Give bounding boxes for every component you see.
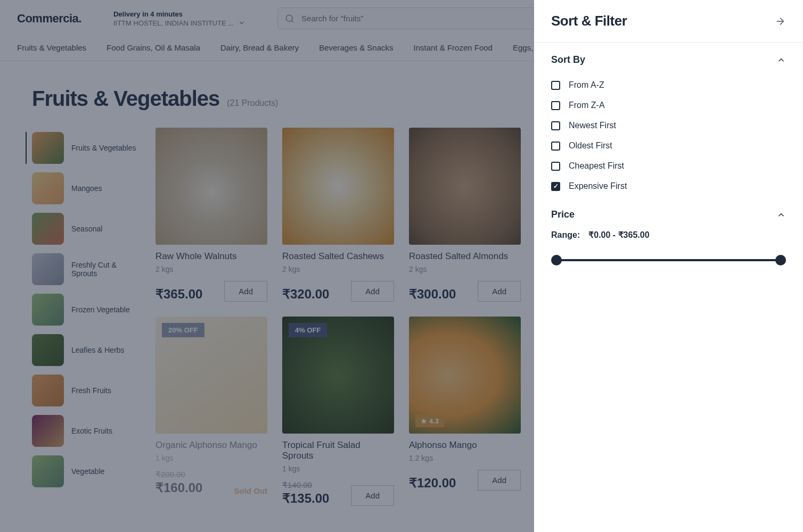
sort-option-3[interactable]: Oldest First [551,136,786,156]
option-label: Cheapest First [569,161,624,171]
checkbox[interactable] [551,101,560,110]
checkbox[interactable] [551,162,560,171]
slider-track [556,259,781,261]
sort-filter-panel: Sort & Filter Sort By From A-ZFrom Z-ANe… [534,0,803,532]
close-arrow-icon[interactable] [774,15,786,27]
option-label: Newest First [569,121,616,130]
slider-thumb-max[interactable] [775,255,786,265]
chevron-up-icon [776,55,786,65]
price-header[interactable]: Price [551,209,786,220]
sort-option-5[interactable]: Expensive First [551,176,786,196]
sort-option-2[interactable]: Newest First [551,115,786,136]
checkbox[interactable] [551,81,560,90]
checkbox[interactable] [551,121,560,130]
checkbox[interactable] [551,142,560,151]
panel-title: Sort & Filter [551,13,627,29]
price-slider[interactable] [556,255,781,265]
option-label: Oldest First [569,141,612,151]
chevron-up-icon [776,210,786,220]
slider-thumb-min[interactable] [551,255,562,265]
option-label: From A-Z [569,80,604,90]
option-label: Expensive First [569,181,627,191]
sort-by-header[interactable]: Sort By [551,54,786,65]
price-title: Price [551,209,575,220]
range-label: Range: [551,230,580,240]
checkbox[interactable] [551,182,560,191]
range-value: ₹0.00 - ₹365.00 [588,230,649,240]
sort-by-title: Sort By [551,54,585,65]
option-label: From Z-A [569,101,605,110]
sort-option-1[interactable]: From Z-A [551,95,786,115]
sort-option-0[interactable]: From A-Z [551,75,786,95]
sort-option-4[interactable]: Cheapest First [551,156,786,176]
